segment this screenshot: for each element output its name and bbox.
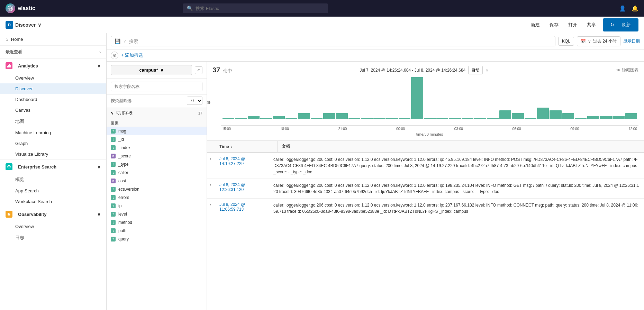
field-item-errors[interactable]: terrors — [107, 193, 207, 202]
filter-type-select[interactable]: 0 — [187, 97, 202, 105]
time-column-header[interactable]: Time ↓ — [215, 141, 278, 152]
table-time-cell-2[interactable]: Jul 8, 2024 @ 11:06:59.713 — [215, 199, 269, 215]
add-filter-button[interactable]: + 添加筛选 — [121, 52, 143, 58]
time-range-label: ∨ — [588, 39, 591, 44]
sidebar-item-discover[interactable]: Discover — [0, 83, 106, 94]
field-item-caller[interactable]: tcaller — [107, 168, 207, 177]
save-button[interactable]: 保存 — [547, 20, 561, 29]
sidebar-item-overview[interactable]: Overview — [0, 73, 106, 83]
global-search-input[interactable] — [196, 6, 324, 11]
hit-count: 37 — [212, 66, 220, 74]
time-picker[interactable]: 📅 ∨ 过去 24 小时 — [577, 36, 620, 46]
discover-dropdown-icon[interactable]: ∨ — [38, 22, 41, 28]
analytics-section-header[interactable]: Analytics ∨ — [0, 59, 106, 73]
refresh-button[interactable]: ↻ 刷新 — [603, 18, 638, 31]
table-row-0: ›Jul 8, 2024 @ 14:19:27.229caller: logge… — [207, 153, 644, 179]
second-bar-actions: 新建 保存 打开 共享 ↻ 刷新 — [528, 18, 638, 31]
row-expand-button-1[interactable]: › — [207, 179, 215, 191]
doc-text-0: caller: logger/logger.go:206 cost: 0 ecs… — [273, 156, 640, 175]
field-search-input[interactable] — [111, 82, 202, 91]
field-label-path: path — [118, 228, 126, 233]
sidebar-item-logs[interactable]: 日志 — [0, 232, 106, 244]
hide-chart-button[interactable]: 👁 隐藏图表 — [616, 67, 638, 73]
chart-bar-21 — [487, 118, 499, 119]
field-type-badge-cost: # — [111, 179, 116, 183]
new-button[interactable]: 新建 — [528, 20, 543, 29]
sidebar-item-workplace-search[interactable]: Workplace Search — [0, 196, 106, 207]
chart-bar-14 — [399, 118, 410, 119]
doc-text-2: caller: logger/logger.go:206 cost: 0 ecs… — [273, 202, 640, 215]
open-button[interactable]: 打开 — [565, 20, 580, 29]
field-item-_score[interactable]: #_score — [107, 152, 207, 160]
hide-chart-label: 隐藏图表 — [622, 67, 638, 73]
sidebar-recent[interactable]: 最近查看 › — [0, 46, 106, 58]
collapse-sidebar-button[interactable]: « — [195, 66, 202, 74]
sidebar-item-enterprise-overview[interactable]: 概览 — [0, 174, 106, 185]
field-item-path[interactable]: tpath — [107, 227, 207, 235]
eye-icon: 👁 — [616, 68, 620, 73]
sidebar-item-dashboard[interactable]: Dashboard — [0, 94, 106, 105]
field-item-_type[interactable]: t_type — [107, 160, 207, 168]
query-input-wrapper[interactable]: 💾 ∨ — [111, 36, 555, 46]
kql-button[interactable]: KQL — [558, 37, 574, 46]
observability-section-header[interactable]: Observability ∨ — [0, 207, 106, 221]
chart-bar-20 — [474, 118, 486, 119]
chart-title: time/30 minutes — [221, 132, 638, 136]
field-item-_id[interactable]: t_id — [107, 135, 207, 144]
field-item-query[interactable]: tquery — [107, 235, 207, 243]
row-expand-button-2[interactable]: › — [207, 199, 215, 210]
chart-x-label: 15:00 — [222, 127, 231, 131]
chart-bars — [221, 77, 638, 119]
table-row-inner-0[interactable]: ›Jul 8, 2024 @ 14:19:27.229caller: logge… — [207, 153, 644, 179]
sidebar-item-obs-overview[interactable]: Overview — [0, 221, 106, 232]
sidebar-item-maps[interactable]: 地图 — [0, 116, 106, 127]
user-icon[interactable]: 👤 — [619, 5, 626, 12]
refresh-icon: ↻ — [608, 21, 617, 29]
share-button[interactable]: 共享 — [584, 20, 599, 29]
field-item-ip[interactable]: tip — [107, 202, 207, 210]
top-navigation: elastic 🔍 👤 🔔 — [0, 0, 644, 17]
notification-icon[interactable]: 🔔 — [632, 5, 638, 12]
sidebar-item-app-search[interactable]: App Search — [0, 185, 106, 196]
filter-icon-button[interactable]: ⊙ — [111, 52, 118, 59]
table-row-inner-1[interactable]: ›Jul 8, 2024 @ 12:26:31.120caller: logge… — [207, 179, 644, 198]
field-item-msg[interactable]: tmsg — [107, 127, 207, 135]
field-label-caller: caller — [118, 170, 128, 175]
table-row-inner-2[interactable]: ›Jul 8, 2024 @ 11:06:59.713caller: logge… — [207, 199, 644, 218]
save-search-icon[interactable]: 💾 — [115, 38, 120, 44]
row-expand-button-0[interactable]: › — [207, 153, 215, 165]
available-fields-toggle[interactable]: ∨ 可用字段 — [111, 110, 133, 116]
global-search-bar[interactable]: 🔍 — [183, 3, 328, 13]
elastic-logo[interactable]: elastic — [6, 3, 35, 13]
index-pattern-selector[interactable]: campus* ∨ — [111, 65, 192, 75]
field-label-_id: _id — [118, 137, 124, 142]
query-input[interactable] — [129, 39, 552, 44]
sidebar-item-viz[interactable]: Visualize Library — [0, 149, 106, 159]
analytics-label-row: Analytics — [6, 62, 38, 69]
chart-bar-7 — [311, 118, 323, 119]
sidebar-item-canvas[interactable]: Canvas — [0, 105, 106, 116]
field-item-level[interactable]: tlevel — [107, 210, 207, 218]
chart-header: 37 命中 Jul 7, 2024 @ 14:26:24.684 - Jul 8… — [212, 66, 638, 74]
field-item-method[interactable]: tmethod — [107, 218, 207, 227]
field-item-_index[interactable]: t_index — [107, 144, 207, 152]
sidebar-item-graph[interactable]: Graph — [0, 138, 106, 149]
available-fields-chevron: ∨ — [111, 111, 114, 116]
chart-bar-5 — [285, 118, 297, 119]
field-label-msg: msg — [118, 129, 126, 134]
enterprise-section-header[interactable]: Enterprise Search ∨ — [0, 160, 106, 174]
sidebar-section-observability: Observability ∨ Overview 日志 — [0, 207, 106, 244]
auto-button[interactable]: 自动 — [468, 66, 483, 74]
chart-wrapper: 数量 15:0018:0021:0000:0003:0006:0009:0012… — [212, 77, 638, 136]
field-item-cost[interactable]: #cost — [107, 177, 207, 185]
analytics-chevron-icon: ∨ — [97, 63, 101, 69]
show-dates-button[interactable]: 显示日期 — [623, 38, 640, 44]
sidebar-item-ml[interactable]: Machine Learning — [0, 127, 106, 138]
table-time-cell-1[interactable]: Jul 8, 2024 @ 12:26:31.120 — [215, 179, 269, 195]
field-label-_type: _type — [118, 162, 128, 167]
field-item-ecs_version[interactable]: tecs.version — [107, 185, 207, 193]
sidebar-home[interactable]: ⌂ Home — [0, 33, 106, 46]
field-label-level: level — [118, 212, 127, 217]
table-time-cell-0[interactable]: Jul 8, 2024 @ 14:19:27.229 — [215, 153, 269, 170]
field-type-badge-_index: t — [111, 145, 116, 150]
